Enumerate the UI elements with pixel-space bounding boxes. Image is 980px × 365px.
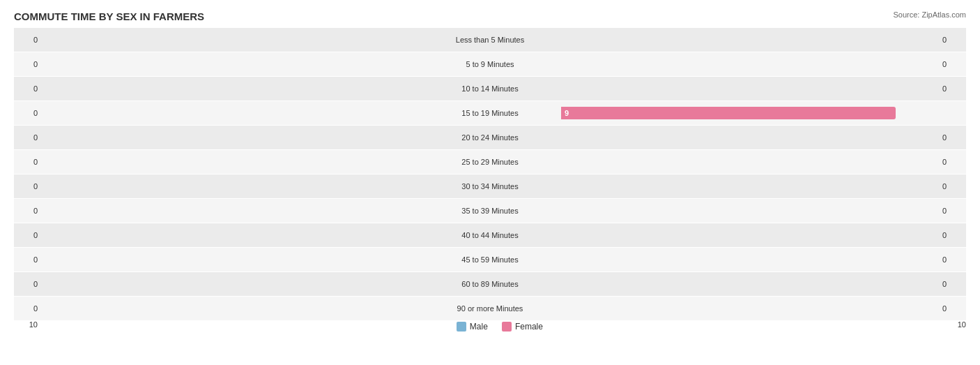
right-value: 0 bbox=[938, 84, 966, 93]
bars-inner: 15 to 19 Minutes 9 bbox=[42, 101, 938, 125]
row-label: 45 to 59 Minutes bbox=[420, 255, 560, 264]
bars-inner: 40 to 44 Minutes bbox=[42, 223, 938, 247]
bars-inner: 25 to 29 Minutes bbox=[42, 150, 938, 174]
female-side bbox=[560, 301, 938, 316]
male-side bbox=[42, 154, 420, 170]
chart-row: 0 10 to 14 Minutes 0 bbox=[14, 77, 966, 100]
row-label: 35 to 39 Minutes bbox=[420, 207, 560, 215]
legend-male: Male bbox=[457, 322, 488, 332]
legend-female-box bbox=[502, 322, 512, 332]
chart-row: 0 30 to 34 Minutes 0 bbox=[14, 174, 966, 198]
left-value: 0 bbox=[14, 109, 42, 117]
chart-row: 0 45 to 59 Minutes 0 bbox=[14, 248, 966, 271]
row-label: 15 to 19 Minutes bbox=[420, 109, 560, 117]
left-value: 0 bbox=[14, 84, 42, 93]
right-value: 0 bbox=[938, 158, 966, 166]
bars-wrapper: 40 to 44 Minutes bbox=[42, 223, 938, 247]
bars-inner: 35 to 39 Minutes bbox=[42, 199, 938, 223]
left-value: 0 bbox=[14, 60, 42, 68]
bars-inner: 30 to 34 Minutes bbox=[42, 174, 938, 198]
right-value: 0 bbox=[938, 280, 966, 288]
row-label: 10 to 14 Minutes bbox=[420, 84, 560, 93]
right-value: 0 bbox=[938, 133, 966, 142]
left-value: 0 bbox=[14, 133, 42, 142]
male-side bbox=[42, 81, 420, 96]
bars-wrapper: 45 to 59 Minutes bbox=[42, 248, 938, 271]
row-label: 5 to 9 Minutes bbox=[420, 60, 560, 68]
bars-wrapper: Less than 5 Minutes bbox=[42, 28, 938, 52]
bar-female: 9 bbox=[561, 107, 896, 119]
left-value: 0 bbox=[14, 207, 42, 215]
axis-right-label: 10 bbox=[958, 320, 966, 329]
bars-wrapper: 30 to 34 Minutes bbox=[42, 174, 938, 198]
chart-row: 0 25 to 29 Minutes 0 bbox=[14, 150, 966, 174]
source-label: Source: ZipAtlas.com bbox=[893, 10, 966, 19]
chart-row: 0 Less than 5 Minutes 0 bbox=[14, 28, 966, 52]
chart-row: 0 90 or more Minutes 0 bbox=[14, 297, 966, 320]
row-label: 40 to 44 Minutes bbox=[420, 231, 560, 239]
right-value: 0 bbox=[938, 304, 966, 313]
chart-row: 0 15 to 19 Minutes 9 bbox=[14, 101, 966, 125]
row-label: 25 to 29 Minutes bbox=[420, 158, 560, 166]
legend-male-label: Male bbox=[470, 322, 488, 332]
female-side bbox=[560, 32, 938, 47]
female-side bbox=[560, 228, 938, 243]
chart-row: 0 20 to 24 Minutes 0 bbox=[14, 126, 966, 149]
right-value: 0 bbox=[938, 60, 966, 68]
male-side bbox=[42, 276, 420, 292]
male-side bbox=[42, 228, 420, 243]
male-side bbox=[42, 252, 420, 267]
female-side bbox=[560, 203, 938, 218]
legend: Male Female bbox=[457, 322, 543, 332]
male-side bbox=[42, 130, 420, 145]
female-side bbox=[560, 57, 938, 72]
bars-inner: 5 to 9 Minutes bbox=[42, 52, 938, 76]
legend-male-box bbox=[457, 322, 466, 332]
male-side bbox=[42, 57, 420, 72]
male-side bbox=[42, 105, 420, 121]
row-label: 60 to 89 Minutes bbox=[420, 280, 560, 288]
female-side bbox=[560, 179, 938, 194]
bars-inner: 90 or more Minutes bbox=[42, 297, 938, 320]
bars-wrapper: 60 to 89 Minutes bbox=[42, 272, 938, 296]
bars-inner: 10 to 14 Minutes bbox=[42, 77, 938, 100]
female-side bbox=[560, 154, 938, 170]
right-value: 0 bbox=[938, 36, 966, 44]
bars-wrapper: 20 to 24 Minutes bbox=[42, 126, 938, 149]
bars-wrapper: 5 to 9 Minutes bbox=[42, 52, 938, 76]
female-side bbox=[560, 130, 938, 145]
legend-female: Female bbox=[502, 322, 543, 332]
row-label: 30 to 34 Minutes bbox=[420, 182, 560, 191]
bar-female-value: 9 bbox=[561, 109, 569, 117]
axis-left-label: 10 bbox=[14, 320, 42, 329]
chart-title: COMMUTE TIME BY SEX IN FARMERS bbox=[14, 10, 966, 22]
left-value: 0 bbox=[14, 231, 42, 239]
bars-wrapper: 25 to 29 Minutes bbox=[42, 150, 938, 174]
chart-row: 0 40 to 44 Minutes 0 bbox=[14, 223, 966, 247]
chart-row: 0 5 to 9 Minutes 0 bbox=[14, 52, 966, 76]
female-side: 9 bbox=[560, 105, 938, 121]
male-side bbox=[42, 32, 420, 47]
bars-inner: 60 to 89 Minutes bbox=[42, 272, 938, 296]
legend-female-label: Female bbox=[515, 322, 543, 332]
left-value: 0 bbox=[14, 36, 42, 44]
female-side bbox=[560, 81, 938, 96]
bars-wrapper: 15 to 19 Minutes 9 bbox=[42, 101, 938, 125]
chart-row: 0 60 to 89 Minutes 0 bbox=[14, 272, 966, 296]
chart-container: COMMUTE TIME BY SEX IN FARMERS Source: Z… bbox=[0, 0, 980, 365]
male-side bbox=[42, 179, 420, 194]
bars-wrapper: 10 to 14 Minutes bbox=[42, 77, 938, 100]
left-value: 0 bbox=[14, 255, 42, 264]
row-label: 20 to 24 Minutes bbox=[420, 133, 560, 142]
chart-area: 0 Less than 5 Minutes 0 0 5 to 9 Minutes bbox=[14, 28, 966, 316]
right-value: 0 bbox=[938, 255, 966, 264]
bars-wrapper: 35 to 39 Minutes bbox=[42, 199, 938, 223]
chart-row: 0 35 to 39 Minutes 0 bbox=[14, 199, 966, 223]
bars-wrapper: 90 or more Minutes bbox=[42, 297, 938, 320]
right-value: 0 bbox=[938, 182, 966, 191]
row-label: Less than 5 Minutes bbox=[420, 36, 560, 44]
male-side bbox=[42, 301, 420, 316]
bars-inner: Less than 5 Minutes bbox=[42, 28, 938, 52]
bars-inner: 45 to 59 Minutes bbox=[42, 248, 938, 271]
male-side bbox=[42, 203, 420, 218]
